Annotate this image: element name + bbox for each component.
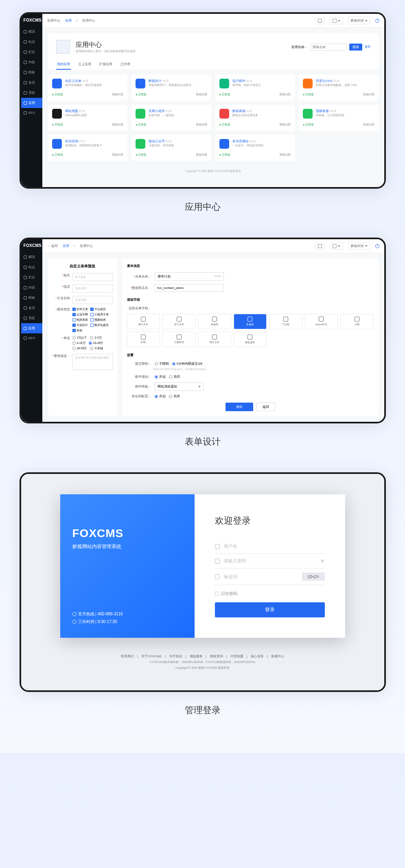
need-checkbox[interactable]: 企业官网: [72, 313, 88, 317]
footer-link[interactable]: 许可协议: [169, 654, 182, 658]
sidebar-item-6[interactable]: 系统: [21, 88, 42, 98]
field-type[interactable]: 单行文本: [127, 314, 160, 329]
home-icon[interactable]: [315, 17, 325, 24]
app-card[interactable]: 网站地图 V1.0Sitemap网站地图● 已安装系统内置: [48, 105, 128, 131]
need-checkbox[interactable]: 软件开发: [72, 307, 88, 311]
sidebar-item-2[interactable]: 栏目: [21, 272, 42, 282]
field-type[interactable]: 日期: [340, 314, 373, 329]
tab-1[interactable]: 云上应用: [77, 59, 92, 70]
form-name-input[interactable]: 需求计划0/30: [155, 272, 224, 281]
breadcrumb-1[interactable]: 应用: [65, 18, 72, 23]
sidebar-item-7[interactable]: 应用: [21, 323, 42, 333]
logout-icon[interactable]: [375, 19, 379, 23]
budget-radio[interactable]: 30-50万: [72, 346, 87, 350]
need-checkbox[interactable]: 平台建设: [90, 307, 106, 311]
limit-5min[interactable]: 5分钟内限提交3次: [172, 361, 203, 366]
field-type[interactable]: 下拉框: [269, 314, 302, 329]
user-menu[interactable]: 黔狐科技: [348, 242, 370, 250]
password-input[interactable]: 请输入密码: [224, 558, 316, 564]
need-checkbox[interactable]: 视频动画: [90, 318, 106, 322]
app-card[interactable]: 官网小程序 V1.0创新体验，一键抵达● 已安装系统内置: [131, 105, 211, 131]
sidebar-item-5[interactable]: 会员: [21, 303, 42, 313]
app-card[interactable]: 阿里云OSS V1.0阿里云对象存储服务，须联 OSS● 已安装系统内置: [299, 75, 379, 101]
budget-radio[interactable]: 6-10万: [72, 341, 85, 345]
captcha-input[interactable]: 验证码: [224, 574, 298, 580]
user-menu[interactable]: 黔狐科技: [348, 17, 370, 24]
phone-input[interactable]: 手机号码: [72, 284, 113, 293]
sidebar-item-1[interactable]: 站点: [21, 37, 42, 47]
sidebar-item-0[interactable]: 概况: [21, 26, 42, 37]
sidebar-item-3[interactable]: 内容: [21, 282, 42, 293]
template-select[interactable]: 网站消息通知: [155, 382, 204, 391]
logout-icon[interactable]: [375, 244, 379, 248]
footer-link[interactable]: 关于FOXCMS: [141, 654, 162, 658]
home-icon[interactable]: [315, 242, 325, 250]
captcha-on[interactable]: 开启: [155, 394, 166, 399]
back-button[interactable]: ← 返回: [47, 244, 58, 248]
footer-link[interactable]: 联系我们: [121, 654, 134, 658]
field-type[interactable]: 颜色选择: [234, 332, 267, 347]
sidebar-item-4[interactable]: 模板: [21, 67, 42, 77]
need-checkbox[interactable]: 数字化建设: [90, 323, 109, 327]
quick-icon[interactable]: [330, 17, 343, 24]
footer-link[interactable]: 核心业务: [251, 654, 264, 658]
table-name-input[interactable]: fox_contact_plans: [155, 284, 224, 292]
quick-icon[interactable]: [330, 242, 343, 250]
field-type[interactable]: 图片文件: [198, 332, 231, 347]
company-input[interactable]: 企业名称: [72, 296, 113, 304]
captcha-off[interactable]: 关闭: [169, 394, 180, 399]
remember-checkbox[interactable]: 记住密码: [215, 591, 325, 597]
tab-2[interactable]: 扩展应用: [99, 59, 113, 70]
back-button[interactable]: 返回: [256, 403, 275, 411]
search-input[interactable]: [310, 44, 347, 51]
sidebar-item-2[interactable]: 栏目: [21, 47, 42, 57]
app-card[interactable]: 电子邮件 V1.0邮件隐，商机不再错过● 已安装系统内置: [215, 75, 295, 101]
breadcrumb-1[interactable]: 应用: [63, 244, 69, 248]
app-card[interactable]: 自定义表单 V1.0表单自由编辑，信息快速获取● 已安装系统内置: [48, 75, 128, 101]
footer-link[interactable]: 代理加盟: [230, 654, 243, 658]
field-type[interactable]: 时间: [127, 332, 160, 347]
desc-textarea[interactable]: 告诉我们关于您的项目信息: [72, 354, 113, 370]
tab-0[interactable]: 我的应用: [56, 59, 71, 70]
sidebar-item-4[interactable]: 模板: [21, 293, 42, 303]
sidebar-item-7[interactable]: 应用: [21, 98, 42, 108]
budget-radio[interactable]: 2-5万: [90, 336, 101, 340]
tab-3[interactable]: 已停用: [120, 59, 131, 70]
limit-none[interactable]: 不限制: [155, 361, 169, 366]
footer-link[interactable]: 增值服务: [190, 654, 203, 658]
app-card[interactable]: 微信公众号 V1.0无缝连接，双倍精彩● 已安装系统内置: [131, 135, 211, 161]
need-checkbox[interactable]: 其他: [72, 328, 82, 333]
footer-link[interactable]: 客服中心: [271, 654, 284, 658]
sidebar-item-8[interactable]: SEO: [21, 333, 42, 343]
budget-radio[interactable]: 10-20万: [89, 341, 103, 345]
sidebar-item-8[interactable]: SEO: [21, 108, 42, 117]
field-type[interactable]: 多选项: [234, 314, 267, 329]
reset-link[interactable]: 重置: [365, 45, 370, 49]
field-type[interactable]: 单选项: [198, 314, 231, 329]
sidebar-item-5[interactable]: 会员: [21, 77, 42, 88]
login-button[interactable]: 登录: [215, 602, 325, 617]
save-button[interactable]: 保存: [225, 403, 253, 411]
need-checkbox[interactable]: 文创设计: [72, 323, 88, 327]
eye-icon[interactable]: 👁: [320, 559, 325, 564]
app-card[interactable]: 智能客服 V1.0AI客服，让沟通更高效● 已安装系统内置: [299, 105, 379, 131]
sidebar-item-3[interactable]: 内容: [21, 57, 42, 67]
field-type[interactable]: 多行文本: [162, 314, 195, 329]
app-card[interactable]: 黔狐统计 V1.0智能洞察用户，高效驱动企业数字...● 已安装系统内置: [131, 75, 211, 101]
footer-link[interactable]: 授权查询: [210, 654, 223, 658]
mail-off[interactable]: 关闭: [169, 375, 180, 379]
need-checkbox[interactable]: 小程序开发: [90, 313, 109, 317]
mail-on[interactable]: 开启: [155, 375, 166, 379]
captcha-image[interactable]: 10+2=: [302, 573, 325, 581]
sidebar-item-1[interactable]: 站点: [21, 262, 42, 272]
username-input[interactable]: 用户名: [224, 543, 325, 549]
need-checkbox[interactable]: 电商系统: [72, 318, 88, 322]
name-input[interactable]: 填下姓名: [72, 273, 113, 281]
field-type[interactable]: 日期时间: [162, 332, 195, 347]
budget-radio[interactable]: 1万以下: [72, 336, 87, 340]
budget-radio[interactable]: 不差钱: [90, 346, 103, 350]
sidebar-item-0[interactable]: 概况: [21, 252, 42, 262]
topbar-home[interactable]: 应用中心: [47, 18, 60, 23]
search-button[interactable]: 搜索: [349, 44, 362, 51]
app-card[interactable]: 短信营销 V1.0精准触达，精准锁定目标客户● 已安装系统内置: [48, 135, 128, 161]
